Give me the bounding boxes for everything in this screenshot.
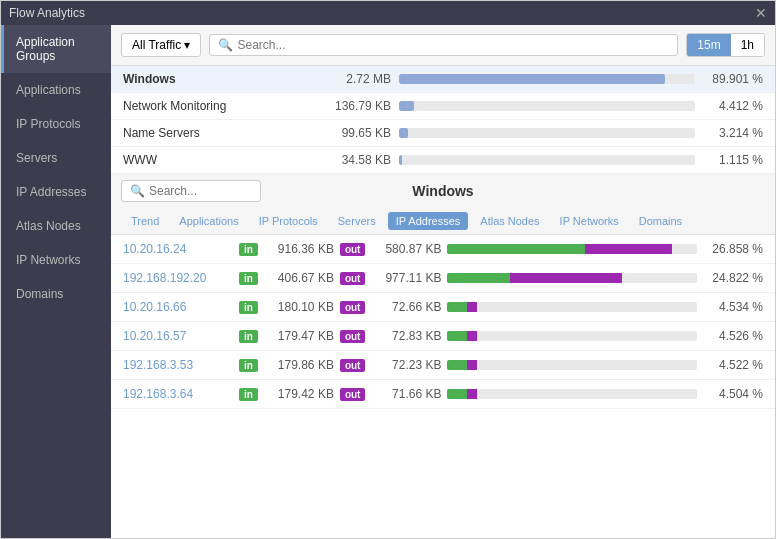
badge-out: out: [340, 301, 366, 314]
row-bar: [399, 128, 408, 138]
row-bar: [399, 74, 665, 84]
row-size: 34.58 KB: [311, 153, 391, 167]
row-name: Name Servers: [123, 126, 303, 140]
detail-bar: [447, 331, 697, 341]
detail-row: 192.168.192.20 in 406.67 KB out 977.11 K…: [111, 264, 775, 293]
app-container: Flow Analytics ✕ Application Groups Appl…: [0, 0, 776, 539]
close-button[interactable]: ✕: [755, 6, 767, 20]
badge-out: out: [340, 330, 366, 343]
detail-bar: [447, 360, 697, 370]
row-size: 99.65 KB: [311, 126, 391, 140]
tab-ip-protocols[interactable]: IP Protocols: [251, 212, 326, 230]
detail-ip[interactable]: 10.20.16.57: [123, 329, 233, 343]
detail-row: 10.20.16.24 in 916.36 KB out 580.87 KB 2…: [111, 235, 775, 264]
detail-ip[interactable]: 192.168.3.64: [123, 387, 233, 401]
bar-purple: [467, 389, 477, 399]
row-pct: 4.412 %: [703, 99, 763, 113]
sidebar-item-ip-addresses[interactable]: IP Addresses: [1, 175, 111, 209]
detail-table: 10.20.16.24 in 916.36 KB out 580.87 KB 2…: [111, 235, 775, 538]
bar-purple: [467, 360, 477, 370]
detail-ip[interactable]: 10.20.16.24: [123, 242, 233, 256]
tabs-row: Trend Applications IP Protocols Servers …: [111, 208, 775, 235]
table-row: WWW 34.58 KB 1.115 %: [111, 147, 775, 174]
sidebar-item-servers[interactable]: Servers: [1, 141, 111, 175]
sidebar-item-ip-protocols[interactable]: IP Protocols: [1, 107, 111, 141]
bottom-panel: 🔍 Windows Trend Applications IP Protocol…: [111, 174, 775, 538]
time-buttons: 15m 1h: [686, 33, 765, 57]
main-layout: Application Groups Applications IP Proto…: [1, 25, 775, 538]
badge-out: out: [340, 272, 366, 285]
detail-ip[interactable]: 192.168.192.20: [123, 271, 233, 285]
detail-ip[interactable]: 10.20.16.66: [123, 300, 233, 314]
detail-pct: 4.504 %: [703, 387, 763, 401]
badge-in: in: [239, 272, 258, 285]
traffic-dropdown[interactable]: All Traffic ▾: [121, 33, 201, 57]
badge-in: in: [239, 301, 258, 314]
badge-in: in: [239, 359, 258, 372]
bottom-search-box[interactable]: 🔍: [121, 180, 261, 202]
detail-size-out: 71.66 KB: [371, 387, 441, 401]
detail-pct: 4.522 %: [703, 358, 763, 372]
row-bar-container: [399, 155, 695, 165]
row-name: Network Monitoring: [123, 99, 303, 113]
detail-bar: [447, 389, 697, 399]
app-title: Flow Analytics: [9, 6, 85, 20]
detail-row: 192.168.3.53 in 179.86 KB out 72.23 KB 4…: [111, 351, 775, 380]
time-btn-15m[interactable]: 15m: [687, 34, 730, 56]
detail-pct: 4.526 %: [703, 329, 763, 343]
detail-bar: [447, 244, 697, 254]
tab-domains[interactable]: Domains: [631, 212, 690, 230]
tab-trend[interactable]: Trend: [123, 212, 167, 230]
bottom-search-input[interactable]: [149, 184, 252, 198]
row-bar-container: [399, 74, 695, 84]
row-size: 2.72 MB: [311, 72, 391, 86]
detail-bar: [447, 302, 697, 312]
sidebar: Application Groups Applications IP Proto…: [1, 25, 111, 538]
bar-green: [447, 331, 467, 341]
sidebar-item-domains[interactable]: Domains: [1, 277, 111, 311]
top-search-input[interactable]: [237, 38, 669, 52]
badge-out: out: [340, 243, 366, 256]
tab-ip-addresses[interactable]: IP Addresses: [388, 212, 469, 230]
badge-in: in: [239, 330, 258, 343]
sidebar-item-atlas-nodes[interactable]: Atlas Nodes: [1, 209, 111, 243]
detail-size-in: 916.36 KB: [264, 242, 334, 256]
detail-row: 10.20.16.66 in 180.10 KB out 72.66 KB 4.…: [111, 293, 775, 322]
time-btn-1h[interactable]: 1h: [731, 34, 764, 56]
bar-green: [447, 360, 467, 370]
top-search-box[interactable]: 🔍: [209, 34, 678, 56]
row-name: Windows: [123, 72, 303, 86]
table-row: Network Monitoring 136.79 KB 4.412 %: [111, 93, 775, 120]
bar-purple: [585, 244, 672, 254]
row-pct: 89.901 %: [703, 72, 763, 86]
sidebar-item-applications[interactable]: Applications: [1, 73, 111, 107]
bar-purple: [467, 331, 477, 341]
detail-row: 192.168.3.64 in 179.42 KB out 71.66 KB 4…: [111, 380, 775, 409]
row-name: WWW: [123, 153, 303, 167]
row-bar-container: [399, 101, 695, 111]
bar-green: [447, 389, 467, 399]
table-row: Name Servers 99.65 KB 3.214 %: [111, 120, 775, 147]
bottom-title: Windows: [269, 183, 617, 199]
sidebar-item-application-groups[interactable]: Application Groups: [1, 25, 111, 73]
top-table: Windows 2.72 MB 89.901 % Network Monitor…: [111, 66, 775, 174]
row-pct: 1.115 %: [703, 153, 763, 167]
tab-atlas-nodes[interactable]: Atlas Nodes: [472, 212, 547, 230]
tab-servers[interactable]: Servers: [330, 212, 384, 230]
row-bar-container: [399, 128, 695, 138]
tab-applications[interactable]: Applications: [171, 212, 246, 230]
detail-size-in: 180.10 KB: [264, 300, 334, 314]
detail-size-in: 179.86 KB: [264, 358, 334, 372]
detail-size-in: 179.42 KB: [264, 387, 334, 401]
sidebar-item-ip-networks[interactable]: IP Networks: [1, 243, 111, 277]
row-size: 136.79 KB: [311, 99, 391, 113]
detail-ip[interactable]: 192.168.3.53: [123, 358, 233, 372]
bottom-header: 🔍 Windows: [111, 174, 775, 208]
detail-size-out: 72.66 KB: [371, 300, 441, 314]
title-bar: Flow Analytics ✕: [1, 1, 775, 25]
search-icon: 🔍: [130, 184, 145, 198]
bar-green: [447, 302, 467, 312]
tab-ip-networks[interactable]: IP Networks: [552, 212, 627, 230]
detail-pct: 4.534 %: [703, 300, 763, 314]
detail-bar: [447, 273, 697, 283]
